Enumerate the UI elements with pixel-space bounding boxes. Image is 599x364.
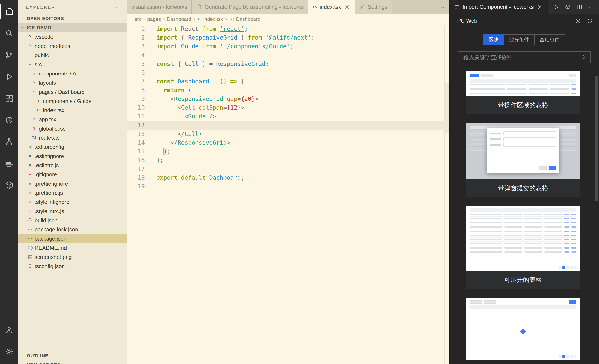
- tree-item-label: .prettierrc.js: [35, 190, 63, 196]
- breadcrumb-label: index.tsx: [203, 16, 223, 22]
- tree-item-label: .vscode: [35, 34, 53, 40]
- editor-tab-label: index.tsx: [319, 4, 341, 10]
- tree-item[interactable]: S global.scss: [18, 124, 127, 133]
- line-number: 9: [127, 95, 148, 104]
- material-search-input[interactable]: [463, 53, 581, 61]
- activity-beaker[interactable]: [0, 131, 18, 153]
- refresh-icon[interactable]: [587, 17, 593, 24]
- npm-scripts-section[interactable]: NPM SCRIPTS: [18, 360, 127, 364]
- open-editors-section[interactable]: OPEN EDITORS: [18, 14, 127, 23]
- material-card[interactable]: 可展开的表格: [466, 206, 580, 288]
- editor-tab[interactable]: visualization - Iceworks: [127, 0, 192, 14]
- more-button[interactable]: [586, 1, 597, 12]
- activity-account[interactable]: [0, 319, 18, 341]
- project-root-ice-demo[interactable]: ICE-DEMO: [18, 23, 127, 32]
- line-number: 5: [127, 60, 148, 68]
- breadcrumb-label: src: [135, 16, 141, 22]
- tree-item[interactable]: screenshot.png: [18, 252, 127, 261]
- activity-source-control[interactable]: [0, 44, 18, 66]
- tree-item[interactable]: src: [18, 60, 127, 69]
- explorer-icon: [5, 7, 14, 16]
- file-type-icon: {}: [28, 218, 32, 222]
- file-type-icon: ◈: [29, 209, 31, 213]
- chevron-right-icon: [21, 362, 26, 364]
- tree-item[interactable]: components / A: [18, 69, 127, 78]
- search-icon[interactable]: [581, 54, 587, 60]
- chevron-right-icon: [32, 71, 37, 76]
- breadcrumb: src›pages›Dashboard›TSindex.tsx›Dashboar…: [127, 14, 449, 25]
- activity-run-debug[interactable]: [0, 66, 18, 87]
- tree-item[interactable]: ≡ .prettierrc.js: [18, 188, 127, 197]
- tree-item[interactable]: .editorconfig: [18, 142, 127, 151]
- settings-gear-icon[interactable]: [575, 17, 581, 24]
- tree-item[interactable]: {} tsconfig.json: [18, 261, 127, 271]
- more-actions-icon[interactable]: [115, 4, 121, 10]
- breadcrumb-item[interactable]: pages: [147, 16, 161, 22]
- material-thumbnail: [466, 71, 580, 96]
- material-tab[interactable]: 业务组件: [504, 34, 535, 45]
- tree-item[interactable]: node_modules: [18, 41, 127, 51]
- breadcrumb-item[interactable]: Dashboard: [229, 16, 260, 22]
- tree-item[interactable]: ≡ .prettierignore: [18, 179, 127, 188]
- activity-settings-gear[interactable]: [0, 341, 18, 362]
- run-icon: [553, 4, 559, 10]
- layers-button[interactable]: [562, 1, 573, 12]
- breadcrumb-item[interactable]: Dashboard: [167, 16, 191, 22]
- tree-item[interactable]: .vscode: [18, 32, 127, 41]
- editor-tab[interactable]: Settings: [355, 0, 392, 14]
- outline-section[interactable]: OUTLINE: [18, 351, 127, 360]
- breadcrumb-separator: ›: [193, 16, 195, 22]
- close-icon[interactable]: [344, 4, 350, 10]
- tree-item[interactable]: ◆ .gitignore: [18, 170, 127, 179]
- split-editor-button[interactable]: [574, 1, 585, 12]
- material-tab[interactable]: 区块: [483, 34, 504, 45]
- split-editor-icon: [576, 4, 583, 10]
- image-icon: [27, 254, 33, 260]
- tree-item[interactable]: ● .eslintignore: [18, 151, 127, 161]
- code-editor[interactable]: 1 import React from 'react'; 2 import { …: [127, 25, 449, 364]
- activity-iceworks[interactable]: [0, 174, 18, 196]
- material-card[interactable]: 带弹窗提交的表格: [466, 123, 580, 197]
- breadcrumb-item[interactable]: TSindex.tsx: [197, 16, 223, 22]
- symbol-icon: [229, 17, 234, 22]
- activity-search[interactable]: [0, 23, 18, 44]
- activity-extensions[interactable]: [0, 87, 18, 109]
- activity-explorer[interactable]: [0, 1, 18, 23]
- tab-bar-more-button[interactable]: [437, 2, 447, 12]
- tree-item[interactable]: components / Guide: [18, 96, 127, 105]
- run-button[interactable]: [551, 1, 562, 12]
- tree-item[interactable]: ◈ .stylelintrc.js: [18, 206, 127, 216]
- activity-docker[interactable]: [0, 153, 18, 174]
- editor-tab[interactable]: TSindex.tsx: [308, 0, 355, 14]
- material-tab[interactable]: 基础组件: [534, 34, 565, 45]
- tree-item-label: components / A: [39, 70, 76, 77]
- pc-web-tab[interactable]: PC Web: [456, 14, 479, 28]
- tree-item[interactable]: TS routes.ts: [18, 133, 127, 142]
- tree-item[interactable]: {} build.json: [18, 216, 127, 225]
- panel-tab-import-component[interactable]: Import Component - Iceworks: [450, 0, 547, 14]
- tree-item[interactable]: pages / Dashboard: [18, 87, 127, 96]
- material-card[interactable]: [466, 298, 580, 360]
- activity-history[interactable]: [0, 109, 18, 131]
- editor-tab[interactable]: Generate Page by assembling - Iceworks: [192, 0, 308, 14]
- tree-item[interactable]: i README.md: [18, 243, 127, 252]
- iceworks-vscode-window: EXPLORER OPEN EDITORS ICE-DEMO .vscode n…: [0, 0, 599, 364]
- tree-item[interactable]: layouts: [18, 78, 127, 87]
- tree-item-label: .gitignore: [35, 171, 57, 177]
- tree-item[interactable]: {} package.json: [18, 234, 127, 243]
- panel-scrollbar-thumb[interactable]: [595, 76, 598, 200]
- info-icon: i: [28, 245, 32, 250]
- tree-item[interactable]: ◈ .stylelintignore: [18, 197, 127, 206]
- tree-item[interactable]: {} package-lock.json: [18, 225, 127, 234]
- tree-item[interactable]: TS index.tsx: [18, 105, 127, 115]
- tree-item[interactable]: public: [18, 51, 127, 60]
- tree-item[interactable]: ● .eslintrc.js: [18, 161, 127, 170]
- outline-label: OUTLINE: [27, 353, 48, 358]
- editor-group: visualization - Iceworks Generate Page b…: [127, 0, 449, 364]
- breadcrumb-item[interactable]: src: [135, 16, 141, 22]
- close-icon[interactable]: [536, 4, 543, 10]
- tree-item[interactable]: TS app.tsx: [18, 115, 127, 124]
- line-number: 6: [127, 68, 148, 77]
- material-card[interactable]: 带操作区域的表格: [466, 71, 580, 114]
- list-icon: [454, 4, 460, 10]
